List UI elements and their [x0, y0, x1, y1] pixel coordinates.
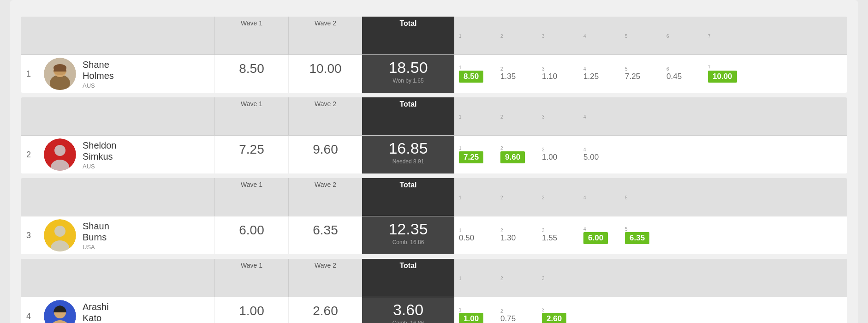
score-header-1-5: 5 — [622, 31, 664, 40]
wave1-header-2: Wave 1 — [214, 97, 288, 135]
surfer-rank-4: 4 — [26, 311, 37, 321]
total-number-1: 18.50 — [362, 59, 454, 77]
wave2-value-4: 2.60 — [288, 297, 362, 323]
score-value: 1.10 — [542, 72, 557, 81]
surfer-name-country-1: ShaneHolmes AUS — [83, 59, 114, 89]
score-item-2-3: 3 1.00 — [539, 147, 581, 162]
score-item-3-5: 5 6.35 — [622, 227, 664, 244]
score-header-4-3: 3 — [539, 274, 581, 282]
right-scores-4: 1 1.00 2 0.75 3 2.60 — [454, 297, 847, 323]
surfer-avatar-1 — [44, 58, 76, 90]
surfers-list: Wave 1 Wave 2 Total 1 2 3 4 5 6 7 1 — [21, 17, 847, 323]
score-header-2-4: 4 — [581, 112, 622, 120]
surfer-avatar-3 — [44, 219, 76, 251]
surfer-name-4: ArashiKato — [83, 301, 109, 323]
score-value: 7.25 — [459, 151, 483, 163]
total-number-2: 16.85 — [362, 139, 454, 157]
score-item-4-1: 1 1.00 — [456, 307, 498, 323]
row-header-2: Wave 1 Wave 2 Total 1 2 3 4 — [21, 97, 847, 136]
surfer-name-3: ShaunBurns — [83, 221, 109, 243]
score-value: 1.30 — [500, 233, 516, 243]
score-header-3-4: 4 — [581, 193, 622, 201]
score-header-1-7: 7 — [705, 31, 747, 40]
score-header-3-3: 3 — [539, 193, 581, 201]
score-header-1-1: 1 — [456, 31, 498, 40]
score-value: 0.45 — [666, 72, 682, 81]
surfer-info-3: 3 ShaunBurns USA — [21, 216, 214, 254]
score-value: 7.25 — [625, 72, 640, 81]
svg-point-6 — [54, 145, 65, 156]
right-scores-2: 1 7.25 2 9.60 3 1.00 4 5.00 — [454, 136, 847, 173]
score-header-2-2: 2 — [498, 112, 539, 120]
surfer-info-4: 4 ArashiKato JPN — [21, 297, 214, 323]
score-item-4-2: 2 0.75 — [498, 309, 539, 323]
score-value: 1.00 — [542, 153, 557, 162]
row-data-3: 3 ShaunBurns USA 6.00 6.35 12.35 Comb. 1… — [21, 216, 847, 254]
row-header-3: Wave 1 Wave 2 Total 1 2 3 4 5 — [21, 178, 847, 216]
right-scores-header-1: 1 2 3 4 5 6 7 — [454, 17, 847, 54]
row-header-4: Wave 1 Wave 2 Total 1 2 3 — [21, 259, 847, 297]
score-value: 6.00 — [583, 232, 608, 244]
score-item-1-4: 4 1.25 — [581, 66, 622, 81]
total-data-3: 12.35 Comb. 16.86 — [362, 216, 454, 254]
total-header-2: Total — [362, 97, 454, 135]
surfer-name-country-4: ArashiKato JPN — [83, 301, 109, 323]
total-sub-1: Won by 1.65 — [362, 78, 454, 84]
score-item-1-1: 1 8.50 — [456, 65, 498, 83]
score-value: 2.60 — [542, 313, 566, 323]
wave1-value-1: 8.50 — [214, 55, 288, 93]
total-sub-3: Comb. 16.86 — [362, 239, 454, 245]
surfer-rank-3: 3 — [26, 231, 37, 240]
wave2-header-3: Wave 2 — [288, 178, 362, 216]
total-data-4: 3.60 Comb. 16.86 — [362, 297, 454, 323]
right-scores-header-3: 1 2 3 4 5 — [454, 178, 847, 216]
score-item-1-2: 2 1.35 — [498, 66, 539, 81]
surfer-name-2: SheldonSimkus — [83, 140, 116, 162]
score-item-3-4: 4 6.00 — [581, 227, 622, 244]
row-data-4: 4 ArashiKato JPN 1.00 2.60 3.60 Comb. 16… — [21, 297, 847, 323]
surfer-name-country-2: SheldonSimkus AUS — [83, 140, 116, 170]
wave1-value-2: 7.25 — [214, 136, 288, 173]
right-scores-3: 1 0.50 2 1.30 3 1.55 4 6.00 5 6.35 — [454, 216, 847, 254]
wave1-header-4: Wave 1 — [214, 259, 288, 297]
score-value: 1.00 — [459, 313, 483, 323]
total-number-4: 3.60 — [362, 301, 454, 319]
score-item-3-1: 1 0.50 — [456, 228, 498, 243]
score-header-1-6: 6 — [664, 31, 705, 40]
surfer-country-3: USA — [83, 244, 109, 251]
total-number-3: 12.35 — [362, 220, 454, 238]
wave2-header-1: Wave 2 — [288, 17, 362, 54]
row-data-1: 1 ShaneHolmes AUS 8.50 10.00 18.50 Won b… — [21, 55, 847, 93]
total-data-1: 18.50 Won by 1.65 — [362, 55, 454, 93]
surfer-section-3: Wave 1 Wave 2 Total 1 2 3 4 5 3 — [21, 178, 847, 254]
wave1-header-3: Wave 1 — [214, 178, 288, 216]
total-data-2: 16.85 Needed 8.91 — [362, 136, 454, 173]
score-header-4-2: 2 — [498, 274, 539, 282]
score-header-3-2: 2 — [498, 193, 539, 201]
total-sub-2: Needed 8.91 — [362, 158, 454, 165]
surfer-country-1: AUS — [83, 82, 114, 89]
total-header-4: Total — [362, 259, 454, 297]
wave2-value-3: 6.35 — [288, 216, 362, 254]
score-header-3-5: 5 — [622, 193, 664, 201]
score-header-4-1: 1 — [456, 274, 498, 282]
score-item-2-4: 4 5.00 — [581, 147, 622, 162]
score-value: 1.25 — [583, 72, 599, 81]
score-item-4-3: 3 2.60 — [539, 307, 581, 323]
score-item-1-7: 7 10.00 — [705, 65, 747, 83]
wave2-value-2: 9.60 — [288, 136, 362, 173]
surfer-name-country-3: ShaunBurns USA — [83, 221, 109, 251]
total-sub-4: Comb. 16.86 — [362, 320, 454, 323]
score-header-1-4: 4 — [581, 31, 622, 40]
surfer-section-2: Wave 1 Wave 2 Total 1 2 3 4 2 — [21, 97, 847, 173]
score-value: 8.50 — [459, 71, 483, 83]
surfer-country-2: AUS — [83, 163, 116, 170]
total-header-3: Total — [362, 178, 454, 216]
surfer-name-1: ShaneHolmes — [83, 59, 114, 81]
score-header-2-3: 3 — [539, 112, 581, 120]
surfer-rank-2: 2 — [26, 150, 37, 160]
surfer-rank-1: 1 — [26, 69, 37, 79]
score-header-1-3: 3 — [539, 31, 581, 40]
row-header-1: Wave 1 Wave 2 Total 1 2 3 4 5 6 7 — [21, 17, 847, 55]
score-value: 1.35 — [500, 72, 516, 81]
